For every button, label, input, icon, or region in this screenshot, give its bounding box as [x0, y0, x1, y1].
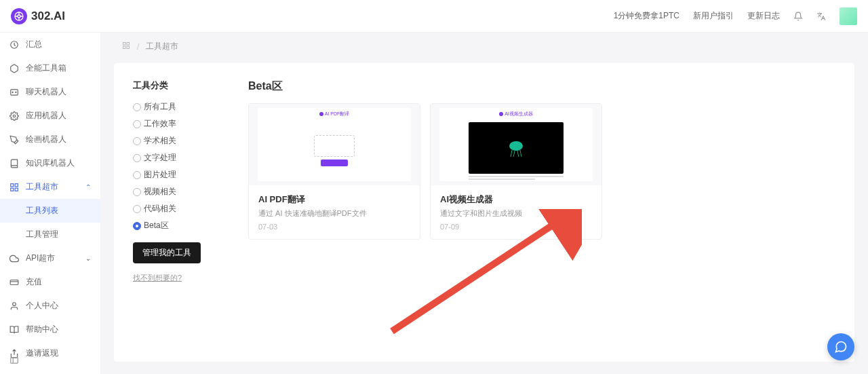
section-title: Beta区 — [248, 79, 835, 94]
app-icon — [9, 111, 19, 121]
breadcrumb: / 工具超市 — [114, 41, 854, 52]
tool-info: AI视频生成器 通过文字和图片生成视频 07-09 — [431, 185, 601, 239]
book-icon — [9, 159, 19, 168]
cube-icon — [9, 64, 19, 73]
sidebar-item-help[interactable]: 帮助中心 — [0, 318, 100, 341]
sidebar-subitem-label: 工具列表 — [26, 206, 58, 215]
breadcrumb-current: 工具超市 — [146, 41, 178, 52]
not-found-link[interactable]: 找不到想要的? — [133, 273, 182, 283]
svg-rect-8 — [15, 183, 18, 186]
header-right: 1分钟免费拿1PTC 新用户指引 更新日志 — [614, 7, 857, 25]
logo-text: 302.AI — [31, 10, 65, 23]
radio-group: 所有工具 工作效率 学术相关 文字处理 图片处理 视频相关 代码相关 Beta区 — [133, 101, 221, 231]
radio-text[interactable]: 文字处理 — [133, 152, 221, 164]
tool-preview: AI视频生成器 — [431, 104, 601, 185]
radio-academic[interactable]: 学术相关 — [133, 135, 221, 147]
sidebar-item-label: API超市 — [26, 253, 55, 264]
tool-grid: AI PDF翻译 AI PDF翻译 — [248, 103, 835, 240]
sidebar-item-label: 知识库机器人 — [26, 157, 75, 169]
chevron-down-icon: ⌄ — [85, 255, 91, 262]
dashboard-icon — [9, 40, 19, 50]
tools-area: Beta区 AI PDF翻译 — [248, 79, 835, 345]
radio-image[interactable]: 图片处理 — [133, 169, 221, 181]
header-link-guide[interactable]: 新用户指引 — [693, 10, 734, 22]
header-link-changelog[interactable]: 更新日志 — [747, 10, 780, 22]
sidebar-item-toolmarket[interactable]: 工具超市 ⌃ — [0, 175, 100, 199]
chat-bubble-button[interactable] — [827, 333, 854, 360]
sidebar-item-recharge[interactable]: 充值 — [0, 270, 100, 294]
sidebar-item-dashboard[interactable]: 汇总 — [0, 33, 100, 56]
sidebar-item-appbot[interactable]: 应用机器人 — [0, 104, 100, 128]
svg-rect-7 — [11, 183, 14, 186]
user-icon — [9, 301, 19, 311]
breadcrumb-separator: / — [137, 42, 139, 52]
sidebar-item-chatbot[interactable]: 聊天机器人 — [0, 80, 100, 104]
home-icon[interactable] — [122, 41, 130, 52]
svg-point-4 — [12, 92, 13, 92]
svg-point-5 — [16, 92, 16, 92]
radio-code[interactable]: 代码相关 — [133, 203, 221, 214]
wallet-icon — [9, 278, 19, 287]
main-panel: 工具分类 所有工具 工作效率 学术相关 文字处理 图片处理 视频相关 代码相关 … — [114, 63, 854, 362]
translate-icon[interactable] — [816, 12, 826, 21]
grid-icon — [9, 183, 19, 192]
sidebar-subitem-toollist[interactable]: 工具列表 — [0, 199, 100, 223]
sidebar-item-apimarket[interactable]: API超市 ⌄ — [0, 246, 100, 270]
sidebar-item-label: 工具超市 — [26, 181, 58, 193]
svg-point-6 — [13, 115, 16, 117]
sidebar-item-label: 邀请返现 — [26, 348, 58, 359]
chevron-up-icon: ⌃ — [85, 183, 91, 191]
sidebar-item-label: 汇总 — [26, 39, 42, 50]
tool-date: 07-03 — [258, 223, 410, 231]
sidebar-item-label: 帮助中心 — [26, 324, 58, 335]
tool-name: AI视频生成器 — [440, 193, 592, 206]
paint-icon — [9, 135, 19, 145]
radio-video[interactable]: 视频相关 — [133, 186, 221, 198]
sidebar-item-label: 绘画机器人 — [26, 134, 66, 145]
svg-point-19 — [509, 141, 523, 151]
sidebar-collapse-button[interactable] — [9, 356, 19, 367]
svg-rect-11 — [10, 280, 18, 284]
svg-point-0 — [18, 15, 20, 18]
avatar[interactable] — [840, 7, 857, 25]
sidebar-item-label: 个人中心 — [26, 300, 58, 312]
tool-date: 07-09 — [440, 223, 592, 231]
svg-rect-16 — [127, 43, 130, 45]
logo[interactable]: 302.AI — [11, 8, 65, 24]
radio-all[interactable]: 所有工具 — [133, 101, 221, 113]
sidebar-item-label: 充值 — [26, 276, 42, 288]
svg-rect-9 — [15, 188, 18, 191]
tool-desc: 通过 AI 快速准确地翻译PDF文件 — [258, 208, 410, 219]
header-link-ptc[interactable]: 1分钟免费拿1PTC — [614, 10, 679, 22]
sidebar-item-label: 聊天机器人 — [26, 86, 66, 98]
radio-beta[interactable]: Beta区 — [133, 220, 221, 231]
help-icon — [9, 325, 19, 335]
sidebar-item-toolbox[interactable]: 全能工具箱 — [0, 56, 100, 80]
category-panel: 工具分类 所有工具 工作效率 学术相关 文字处理 图片处理 视频相关 代码相关 … — [133, 79, 221, 345]
chat-icon — [9, 88, 19, 97]
sidebar: 汇总 全能工具箱 聊天机器人 应用机器人 绘画机器人 知识库机器人 工具超市 ⌃ — [0, 33, 100, 374]
content-area: / 工具超市 工具分类 所有工具 工作效率 学术相关 文字处理 图片处理 视频相… — [100, 33, 868, 374]
radio-efficiency[interactable]: 工作效率 — [133, 118, 221, 130]
sidebar-item-label: 应用机器人 — [26, 110, 66, 121]
sidebar-item-paintbot[interactable]: 绘画机器人 — [0, 128, 100, 151]
tool-desc: 通过文字和图片生成视频 — [440, 208, 592, 219]
svg-rect-3 — [11, 89, 18, 94]
sidebar-subitem-toolmanage[interactable]: 工具管理 — [0, 223, 100, 246]
tool-info: AI PDF翻译 通过 AI 快速准确地翻译PDF文件 07-03 — [249, 185, 420, 239]
svg-rect-17 — [127, 46, 130, 49]
svg-rect-15 — [123, 43, 126, 45]
svg-point-12 — [13, 302, 16, 305]
sidebar-item-profile[interactable]: 个人中心 — [0, 294, 100, 318]
tool-card-video[interactable]: AI视频生成器 AI视频生成器 通过文 — [430, 103, 602, 240]
bell-icon[interactable] — [793, 12, 803, 21]
svg-rect-18 — [123, 46, 126, 49]
logo-icon — [11, 8, 27, 24]
sidebar-item-knowledgebot[interactable]: 知识库机器人 — [0, 151, 100, 175]
tool-name: AI PDF翻译 — [258, 193, 410, 206]
svg-rect-10 — [11, 188, 14, 191]
category-title: 工具分类 — [133, 79, 221, 92]
manage-tools-button[interactable]: 管理我的工具 — [133, 242, 201, 263]
top-header: 302.AI 1分钟免费拿1PTC 新用户指引 更新日志 — [0, 0, 868, 33]
tool-card-pdf[interactable]: AI PDF翻译 AI PDF翻译 — [248, 103, 420, 240]
